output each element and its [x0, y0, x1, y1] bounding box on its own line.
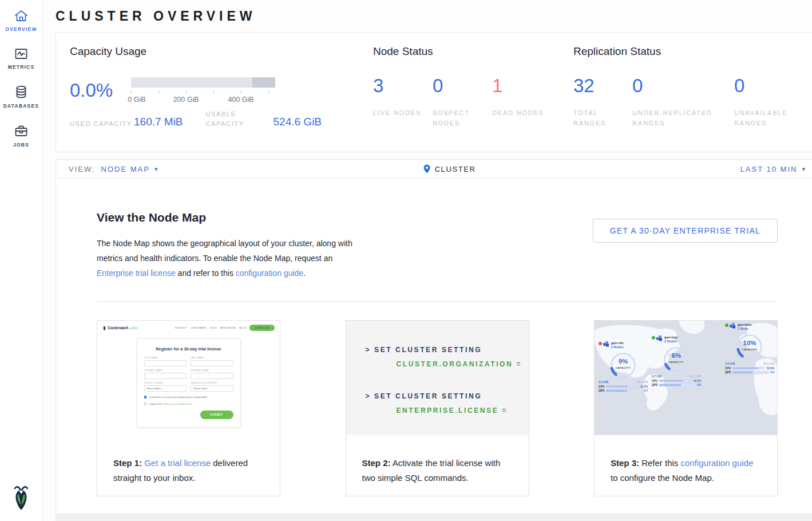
configuration-guide-link[interactable]: configuration guide	[236, 269, 303, 278]
replication-status-title: Replication Status	[573, 45, 803, 58]
sidebar-item-overview[interactable]: OVERVIEW	[0, 0, 42, 38]
sidebar-item-metrics[interactable]: METRICS	[0, 38, 42, 76]
chevron-down-icon[interactable]: ▾	[155, 165, 159, 173]
capacity-bar-usable-segment	[131, 77, 252, 88]
trial-license-site-screenshot: Cockroach LABS PRODUCTCUSTOMERSDOCSRESOU…	[97, 321, 280, 435]
app-root: OVERVIEW METRICS DATABASES	[0, 0, 812, 521]
divider	[97, 301, 778, 302]
time-range-dropdown[interactable]: LAST 10 MIN	[740, 165, 798, 173]
used-capacity-stat: USED CAPACITY 160.7 MiB	[70, 109, 183, 129]
mini-license-agreement-checkbox: I agree to the Software License Agreemen…	[144, 402, 233, 405]
capacity-bar-nonusable-segment	[252, 77, 275, 88]
step-2-card: > SET CLUSTER SETTING CLUSTER.ORGANIZATI…	[346, 320, 529, 496]
mini-first-name-field	[144, 360, 187, 366]
replication-status-section: Replication Status 32 TOTAL RANGES 0 UND…	[573, 45, 803, 152]
capacity-gauge: 0 GiB 200 GiB 400 GiB	[131, 77, 275, 105]
map-widget-nyc: geo=nyc 2 Nodes 6% CAPACITY	[652, 336, 701, 386]
sidebar-item-label: OVERVIEW	[5, 26, 37, 32]
location-pin-icon	[423, 164, 430, 173]
step-3-card: geo=sfo 2 Nodes 9% CAPACITY	[594, 320, 778, 496]
mini-submit-button: SUBMIT	[200, 411, 233, 419]
metrics-icon	[14, 47, 29, 61]
chevron-down-icon[interactable]: ▾	[802, 165, 806, 173]
sidebar-item-label: METRICS	[8, 64, 35, 70]
map-widget-ams: geo=ams 1 Node 10% CAPACITY	[725, 323, 774, 374]
sidebar-item-label: DATABASES	[3, 103, 39, 109]
used-capacity-value: 160.7 MiB	[134, 116, 183, 129]
jobs-icon	[14, 124, 29, 139]
page-background-strip	[56, 514, 812, 521]
tick-label-400: 400 GiB	[228, 96, 253, 104]
mini-reason-select: Please Select	[191, 385, 233, 392]
usable-capacity-label: USABLE CAPACITY	[206, 109, 274, 129]
total-ranges-stat: 32 TOTAL RANGES	[573, 76, 632, 128]
step-2-caption: Step 2: Activate the trial license with …	[346, 435, 529, 486]
node-map-preview: geo=sfo 2 Nodes 9% CAPACITY	[595, 321, 777, 435]
live-nodes-stat: 3 LIVE NODES	[373, 76, 433, 128]
capacity-usage-section: Capacity Usage 0.0% 0 GiB 200 Gi	[70, 45, 373, 152]
dead-nodes-stat: 1 DEAD NODES	[492, 76, 552, 128]
tick-label-200: 200 GiB	[173, 96, 199, 104]
unavailable-ranges-stat: 0 UNAVAILABLE RANGES	[734, 76, 803, 128]
mini-site-nav: PRODUCTCUSTOMERSDOCSRESOURCESBLOG DOWNLO…	[172, 325, 275, 331]
status-dot-green	[725, 323, 728, 327]
page-title: CLUSTER OVERVIEW	[56, 0, 812, 32]
sql-commands-snippet: > SET CLUSTER SETTING CLUSTER.ORGANIZATI…	[346, 321, 529, 435]
mini-last-name-field	[191, 360, 233, 366]
mini-project-phase-select: Please Select	[144, 385, 187, 392]
view-dropdown[interactable]: NODE MAP	[101, 165, 150, 173]
step-3-caption: Step 3: Refer this configuration guide t…	[595, 435, 777, 486]
step-1-card: Cockroach LABS PRODUCTCUSTOMERSDOCSRESOU…	[97, 320, 280, 496]
mini-cockroach-logo: Cockroach LABS	[102, 325, 138, 331]
configuration-guide-link[interactable]: configuration guide	[681, 458, 754, 468]
sidebar-item-jobs[interactable]: JOBS	[0, 115, 42, 153]
used-capacity-label: USED CAPACITY	[70, 119, 134, 129]
node-map-card: View the Node Map The Node Map shows the…	[56, 179, 812, 514]
status-dot-green	[652, 336, 655, 340]
nodes-cubes-icon	[656, 336, 663, 341]
capacity-gauge-ticks	[131, 90, 275, 94]
mini-company-name-field	[144, 373, 187, 379]
tick-label-0: 0 GiB	[128, 96, 145, 104]
databases-icon	[14, 85, 29, 100]
step-1-caption: Step 1: Get a trial license delivered st…	[97, 435, 280, 486]
cluster-summary-card: Capacity Usage 0.0% 0 GiB 200 Gi	[56, 32, 812, 152]
mini-trial-form: Register for a 30-day trial license FIRS…	[137, 338, 241, 428]
capacity-usage-title: Capacity Usage	[70, 45, 373, 58]
get-trial-license-link[interactable]: Get a trial license	[144, 458, 211, 468]
nodes-cubes-icon	[603, 341, 609, 347]
sidebar: OVERVIEW METRICS DATABASES	[0, 0, 43, 521]
suspect-nodes-stat: 0 SUSPECT NODES	[433, 76, 492, 128]
enterprise-trial-button[interactable]: GET A 30-DAY ENTERPRISE TRIAL	[593, 219, 778, 243]
sidebar-item-databases[interactable]: DATABASES	[0, 76, 42, 115]
main-content: CLUSTER OVERVIEW Capacity Usage 0.0%	[43, 0, 812, 521]
mini-form-title: Register for a 30-day trial license	[144, 346, 233, 352]
usable-capacity-value: 524.6 GiB	[274, 116, 322, 129]
view-bar: VIEW: NODE MAP ▾ CLUSTER LAST 10 MIN ▾	[56, 159, 812, 179]
node-status-section: Node Status 3 LIVE NODES 0 SUSPECT NODES…	[373, 45, 573, 152]
enterprise-trial-license-link[interactable]: Enterprise trial license	[97, 269, 176, 278]
nodes-cubes-icon	[730, 323, 736, 329]
node-map-description: The Node Map shows the geographical layo…	[97, 236, 360, 281]
breadcrumb-cluster: CLUSTER	[435, 165, 476, 173]
node-status-title: Node Status	[373, 45, 573, 58]
status-dot-red	[599, 342, 602, 345]
under-replicated-ranges-stat: 0 UNDER-REPLICATED RANGES	[632, 76, 734, 128]
node-map-title: View the Node Map	[97, 211, 360, 224]
sidebar-item-label: JOBS	[13, 142, 29, 148]
mini-company-email-field	[191, 373, 233, 379]
mini-download-button: DOWNLOAD	[249, 325, 275, 331]
view-label: VIEW:	[69, 165, 96, 173]
map-widget-sfo: geo=sfo 2 Nodes 9% CAPACITY	[599, 341, 648, 392]
capacity-used-percent: 0.0%	[70, 77, 131, 105]
usable-capacity-stat: USABLE CAPACITY 524.6 GiB	[206, 109, 322, 129]
cockroachdb-logo	[11, 483, 31, 513]
home-icon	[14, 9, 29, 23]
mini-email-updates-checkbox: I would like to receive email updates ab…	[144, 396, 233, 398]
